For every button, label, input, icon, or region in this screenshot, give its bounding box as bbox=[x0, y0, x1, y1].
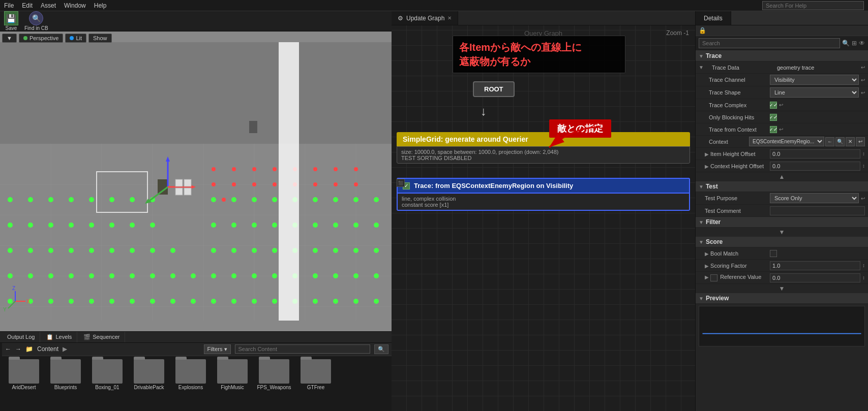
bool-match-arrow: ▶ bbox=[705, 251, 709, 257]
svg-point-32 bbox=[28, 223, 33, 228]
fold-down-2-icon[interactable]: ▼ bbox=[779, 285, 785, 292]
svg-point-25 bbox=[272, 197, 277, 202]
viewport[interactable]: ▼ Perspective Lit Show bbox=[0, 31, 392, 331]
item-height-icon[interactable]: ↕ bbox=[862, 151, 865, 156]
context-dropdown[interactable]: EQSContextEnemyRegio... bbox=[749, 137, 824, 146]
levels-tab[interactable]: 📋 Levels bbox=[41, 332, 77, 342]
folder-ariddesert[interactable]: AridDesert bbox=[5, 359, 43, 390]
context-reset-icon[interactable]: ↩ bbox=[856, 137, 865, 146]
trace-channel-dropdown[interactable]: Visibility Camera bbox=[770, 75, 859, 85]
tab-close-btn[interactable]: ✕ bbox=[447, 15, 452, 21]
folder-fps-weapons[interactable]: FPS_Weapons bbox=[255, 359, 293, 390]
folder-fighmusic[interactable]: FighMusic bbox=[214, 359, 251, 390]
reference-value-icon[interactable]: ↕ bbox=[862, 275, 865, 280]
search-icon[interactable]: 🔍 bbox=[842, 40, 850, 47]
search-icon-btn[interactable]: 🔍 bbox=[374, 344, 388, 354]
test-comment-input[interactable] bbox=[770, 206, 865, 215]
eye-icon[interactable]: 👁 bbox=[859, 40, 865, 47]
menu-asset[interactable]: Asset bbox=[41, 2, 56, 9]
simplegrid-node[interactable]: SimpleGrid: generate around Querier size… bbox=[397, 132, 690, 164]
lit-btn[interactable]: Lit bbox=[65, 34, 86, 43]
reference-value-input[interactable] bbox=[770, 273, 860, 282]
content-search-input[interactable] bbox=[235, 344, 370, 354]
folder-boxing01[interactable]: Boxing_01 bbox=[88, 359, 126, 390]
svg-point-34 bbox=[69, 223, 74, 228]
root-node[interactable]: ROOT bbox=[473, 81, 515, 97]
trace-from-context-checkbox[interactable]: ✓ bbox=[770, 126, 777, 133]
svg-rect-142 bbox=[703, 306, 861, 346]
fold-up-icon[interactable]: ▲ bbox=[779, 173, 785, 180]
trace-arrow-icon: ▼ bbox=[699, 53, 704, 59]
score-section-title: Score bbox=[706, 238, 723, 245]
folder-gtfree[interactable]: GTFree bbox=[297, 359, 335, 390]
folder-explosions[interactable]: Explosions bbox=[172, 359, 209, 390]
filter-arrow-icon: ▼ bbox=[699, 219, 704, 225]
only-blocking-checkbox[interactable]: ✓ bbox=[770, 114, 777, 121]
test-purpose-reset[interactable]: ↩ bbox=[861, 196, 865, 201]
update-graph-tab[interactable]: ⚙ Update Graph ✕ bbox=[392, 11, 458, 25]
svg-point-64 bbox=[353, 248, 358, 253]
trace-complex-icon[interactable]: ↩ bbox=[779, 102, 783, 108]
find-in-cb-button[interactable]: 🔍 Find in CB bbox=[24, 11, 48, 31]
eqs-graph-area[interactable]: Query Graph Zoom -1 各Itemから敵への直線上に遮蔽物が有る… bbox=[392, 25, 695, 411]
context-height-icon[interactable]: ↕ bbox=[862, 163, 865, 169]
context-height-label: ▶ Context Height Offset bbox=[699, 163, 770, 169]
main-layout: 💾 Save 🔍 Find in CB ▼ Perspective bbox=[0, 11, 868, 411]
trace-complex-checkbox[interactable]: ✓ bbox=[770, 102, 777, 109]
menu-file[interactable]: File bbox=[4, 2, 14, 9]
item-height-input[interactable] bbox=[770, 149, 860, 159]
svg-point-92 bbox=[150, 299, 155, 304]
forward-arrow[interactable]: → bbox=[15, 345, 21, 353]
bool-match-checkbox[interactable] bbox=[770, 250, 777, 257]
menu-help[interactable]: Help bbox=[94, 2, 107, 9]
filter-section-header[interactable]: ▼ Filter bbox=[696, 217, 868, 228]
preview-section-header[interactable]: ▼ Preview bbox=[696, 293, 868, 304]
save-button[interactable]: 💾 Save bbox=[4, 11, 18, 31]
details-tab[interactable]: Details bbox=[696, 11, 731, 25]
fold-down-icon[interactable]: ▼ bbox=[779, 229, 785, 236]
trace-shape-reset[interactable]: ↩ bbox=[861, 90, 865, 96]
grid-icon[interactable]: ⊞ bbox=[852, 40, 857, 47]
trace-node[interactable]: Trace: from EQSContextEnemyRegion on Vis… bbox=[397, 178, 690, 211]
scoring-factor-input[interactable] bbox=[770, 261, 860, 270]
test-section-header[interactable]: ▼ Test bbox=[696, 181, 868, 192]
svg-point-89 bbox=[89, 299, 94, 304]
trace-data-reset-icon[interactable]: ↩ bbox=[861, 65, 865, 70]
sequencer-tab[interactable]: 🎬 Sequencer bbox=[78, 332, 125, 342]
viewport-mode-btn[interactable]: ▼ bbox=[2, 34, 17, 43]
scoring-factor-icon[interactable]: ↕ bbox=[862, 263, 865, 268]
folder-icon-btn[interactable]: 📁 bbox=[25, 345, 33, 353]
output-log-tab[interactable]: Output Log bbox=[2, 332, 40, 342]
svg-point-36 bbox=[109, 223, 114, 228]
lock-icon[interactable]: 🔒 bbox=[699, 27, 706, 34]
simplegrid-sub: size: 10000.0, space between: 1000.0, pr… bbox=[401, 149, 685, 155]
context-search-icon[interactable]: 🔍 bbox=[835, 137, 845, 146]
score-section-header[interactable]: ▼ Score bbox=[696, 237, 868, 247]
svg-point-47 bbox=[374, 223, 379, 228]
trace-from-context-reset[interactable]: ↩ bbox=[779, 127, 783, 132]
folder-blueprints[interactable]: Blueprints bbox=[47, 359, 84, 390]
test-purpose-dropdown[interactable]: Score Only Filter Only Filter and Score bbox=[770, 193, 859, 203]
context-x-icon[interactable]: ✕ bbox=[846, 137, 855, 146]
help-search-input[interactable] bbox=[762, 1, 864, 10]
menu-edit[interactable]: Edit bbox=[22, 2, 33, 9]
red-arrow-svg bbox=[544, 122, 605, 152]
svg-point-78 bbox=[252, 273, 257, 278]
svg-rect-132 bbox=[175, 188, 183, 195]
menu-window[interactable]: Window bbox=[64, 2, 86, 9]
trace-shape-dropdown[interactable]: Line Sphere Box bbox=[770, 87, 859, 98]
filter-button[interactable]: Filters ▾ bbox=[204, 344, 231, 354]
node-icon: ⬛ bbox=[397, 179, 405, 187]
details-search-input[interactable] bbox=[699, 38, 840, 48]
save-label: Save bbox=[6, 25, 17, 31]
context-height-input[interactable] bbox=[770, 162, 860, 171]
show-btn[interactable]: Show bbox=[88, 34, 112, 43]
trace-channel-reset[interactable]: ↩ bbox=[861, 77, 865, 83]
context-arrow-left-icon[interactable]: ← bbox=[825, 137, 834, 146]
trace-section-header[interactable]: ▼ Trace bbox=[696, 51, 868, 61]
ref-checkbox[interactable] bbox=[710, 274, 717, 281]
back-arrow[interactable]: ← bbox=[5, 345, 11, 353]
svg-point-74 bbox=[170, 273, 175, 278]
perspective-btn[interactable]: Perspective bbox=[19, 34, 63, 43]
folder-drivablepack[interactable]: DrivablePack bbox=[130, 359, 168, 390]
